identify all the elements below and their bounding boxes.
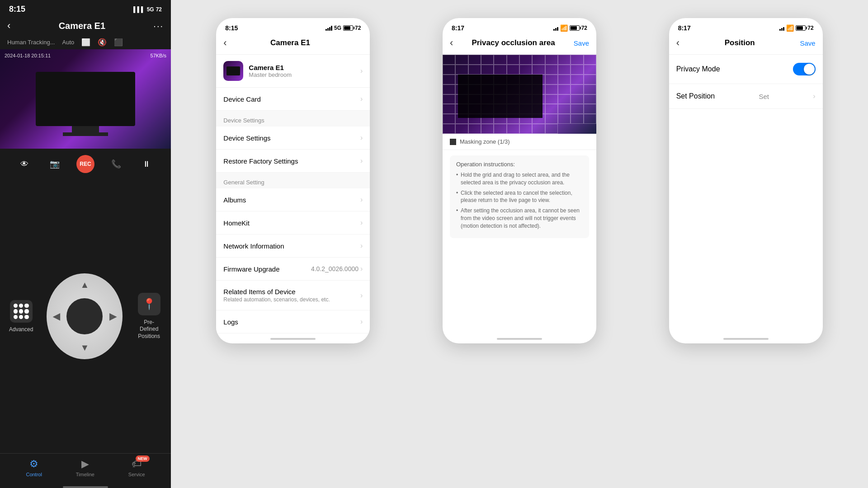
camera-info: Camera E1 Master bedroom <box>249 64 355 78</box>
privacy-mode-toggle[interactable] <box>793 63 816 75</box>
phone3-privacy-occlusion: 8:17 📶 72 ‹ Privacy occlusion area Save <box>443 18 596 343</box>
phone3-save-button[interactable]: Save <box>574 39 589 47</box>
advanced-label: Advanced <box>9 326 33 333</box>
chevron-icon: › <box>360 291 363 300</box>
tv-silhouette <box>36 72 135 126</box>
menu-item-restore-factory[interactable]: Restore Factory Settings › <box>216 150 370 173</box>
menu-item-device-settings[interactable]: Device Settings › <box>216 127 370 150</box>
joystick-area: Advanced ▲ ▼ ◀ ▶ 📍 Pre-DefinedPositions <box>0 179 171 453</box>
camera-feed: 2024-01-18 20:15:11 57KB/s <box>0 49 171 149</box>
phone3-time: 8:17 <box>452 24 464 32</box>
home-indicator <box>270 338 316 340</box>
menu-item-device-card[interactable]: Device Card › <box>216 88 370 111</box>
phone4-battery: 72 <box>807 25 813 31</box>
phone3-nav-header: ‹ Privacy occlusion area Save <box>443 35 596 55</box>
set-position-label: Set Position <box>676 92 715 100</box>
tracking-preset[interactable]: Auto <box>62 39 75 46</box>
instruction-3: After setting the occlusion area, it can… <box>456 207 583 230</box>
menu-item-albums[interactable]: Albums › <box>216 188 370 211</box>
tracking-mode-label[interactable]: Human Tracking... <box>7 39 55 46</box>
privacy-mode-row[interactable]: Privacy Mode <box>669 55 823 84</box>
mute-icon[interactable]: 🔇 <box>98 38 107 47</box>
instruction-2: Click the selected area to cancel the se… <box>456 189 583 205</box>
chevron-icon: › <box>360 157 363 165</box>
phone4-status-icons: 📶 72 <box>779 24 813 32</box>
action-bar: 👁 📷 REC 📞 ⏸ <box>0 149 171 179</box>
joystick-center[interactable] <box>66 298 103 334</box>
phone4-status-bar: 8:17 📶 72 <box>669 18 823 35</box>
nav-control[interactable]: ⚙ Control <box>26 458 42 477</box>
control-icon: ⚙ <box>29 458 38 470</box>
phone4-save-button[interactable]: Save <box>800 39 815 47</box>
joystick-up[interactable]: ▲ <box>80 280 89 290</box>
chevron-icon: › <box>360 265 363 273</box>
home-indicator <box>63 486 108 488</box>
camera-device-card[interactable]: Camera E1 Master bedroom › <box>216 55 370 88</box>
pause-button[interactable]: ⏸ <box>137 155 156 173</box>
advanced-control[interactable]: Advanced <box>9 300 33 333</box>
camera-timestamp: 2024-01-18 20:15:11 <box>5 53 51 58</box>
signal-bars-icon <box>553 25 558 31</box>
phone1-camera-title: Camera E1 <box>59 21 105 31</box>
chevron-icon: › <box>360 219 363 227</box>
menu-item-homekit[interactable]: HomeKit › <box>216 211 370 235</box>
predefined-positions-control[interactable]: 📍 Pre-DefinedPositions <box>136 293 162 340</box>
fullscreen-icon[interactable]: ⬛ <box>114 38 123 47</box>
menu-item-logs[interactable]: Logs › <box>216 310 370 333</box>
chevron-icon: › <box>360 67 363 75</box>
eye-button[interactable]: 👁 <box>15 155 33 173</box>
phone1-back-button[interactable]: ‹ <box>7 20 10 32</box>
tv-stand <box>72 126 99 133</box>
phone1-more-button[interactable]: ··· <box>153 21 164 31</box>
general-setting-section-header: General Setting <box>216 173 370 188</box>
chevron-icon: › <box>360 134 363 142</box>
battery-fill <box>797 26 803 30</box>
joystick-wheel[interactable]: ▲ ▼ ◀ ▶ <box>47 273 123 359</box>
nav-service[interactable]: NEW 🏷 Service <box>128 458 145 477</box>
control-label: Control <box>26 472 42 477</box>
menu-item-firmware[interactable]: Firmware Upgrade 4.0.2_0026.0000 › <box>216 258 370 281</box>
camera-location: Master bedroom <box>249 71 355 78</box>
home-indicator <box>723 338 769 340</box>
position-icon: 📍 <box>138 293 160 315</box>
phone2-battery: 72 <box>355 25 361 31</box>
call-button[interactable]: 📞 <box>107 155 125 173</box>
phone2-back-button[interactable]: ‹ <box>223 37 226 49</box>
battery-level: 72 <box>156 6 162 13</box>
set-position-chevron: › <box>813 92 815 100</box>
toggle-thumb <box>804 64 815 75</box>
camera-preview-thumb <box>223 61 243 81</box>
timeline-label: Timeline <box>76 472 94 477</box>
joystick-down[interactable]: ▼ <box>80 343 89 353</box>
menu-item-related-items[interactable]: Related Items of Device Related automati… <box>216 281 370 310</box>
new-badge: NEW <box>136 455 150 462</box>
phone4-back-button[interactable]: ‹ <box>676 37 679 49</box>
camera-speed: 57KB/s <box>151 53 166 58</box>
phone3-back-button[interactable]: ‹ <box>450 37 453 49</box>
battery-fill <box>571 26 577 30</box>
nav-timeline[interactable]: ▶ Timeline <box>76 458 94 477</box>
masking-legend: Masking zone (1/3) <box>443 134 596 150</box>
bottom-navigation: ⚙ Control ▶ Timeline NEW 🏷 Service <box>0 453 171 486</box>
set-position-row[interactable]: Set Position Set › <box>669 84 823 109</box>
set-position-value[interactable]: Set <box>759 93 769 100</box>
screen-icon[interactable]: ⬜ <box>81 38 90 47</box>
timeline-icon: ▶ <box>81 458 89 470</box>
wifi-icon: 📶 <box>560 24 568 32</box>
menu-scroll-area[interactable]: Device Card › Device Settings Device Set… <box>216 88 370 343</box>
device-settings-section-header: Device Settings <box>216 111 370 127</box>
phone3-battery: 72 <box>581 25 587 31</box>
masking-zone[interactable] <box>458 75 542 118</box>
chevron-icon: › <box>360 318 363 326</box>
camera-button[interactable]: 📷 <box>46 155 64 173</box>
joystick-right[interactable]: ▶ <box>109 311 116 322</box>
phone1-header: ‹ Camera E1 ··· <box>0 16 171 35</box>
joystick-left[interactable]: ◀ <box>53 311 60 322</box>
menu-item-network-info[interactable]: Network Information › <box>216 235 370 258</box>
phone1-controls-bar: Human Tracking... Auto ⬜ 🔇 ⬛ <box>0 35 171 49</box>
firmware-version: 4.0.2_0026.0000 <box>311 265 359 272</box>
privacy-camera-preview[interactable] <box>443 55 596 134</box>
phone3-title: Privacy occlusion area <box>472 38 555 47</box>
phone2-status-bar: 8:15 5G 72 <box>216 18 370 35</box>
record-button[interactable]: REC <box>76 155 94 173</box>
